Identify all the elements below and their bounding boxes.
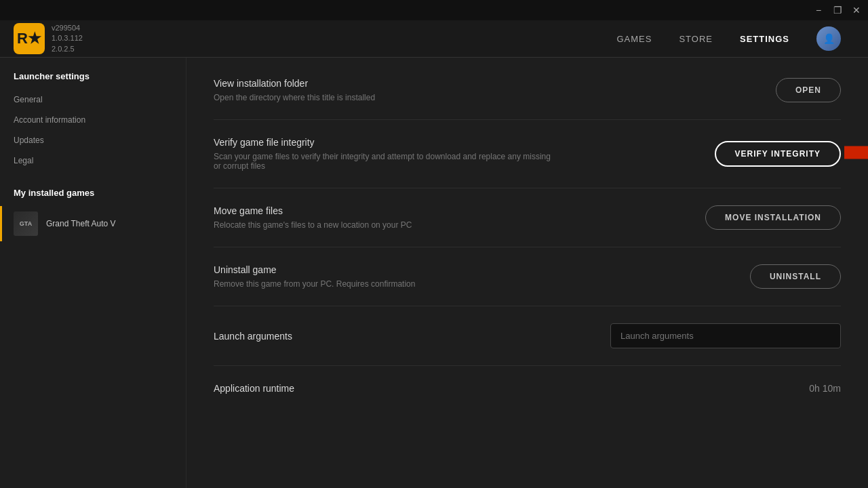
view-installation-desc: Open the directory where this title is i…: [214, 93, 553, 102]
svg-marker-0: [844, 138, 868, 168]
uninstall-text: Uninstall game Remove this game from you…: [214, 264, 750, 289]
version-info: v299504 1.0.3.112 2.0.2.5: [52, 23, 83, 54]
move-button-wrapper: MOVE INSTALLATION: [705, 205, 841, 230]
sidebar-item-account[interactable]: Account information: [0, 110, 186, 130]
gta5-icon: GTA: [14, 211, 38, 236]
move-installation-text: Move game files Relocate this game's fil…: [214, 205, 705, 230]
nav-links: GAMES STORE SETTINGS 👤: [163, 26, 854, 51]
application-runtime-value: 0h 10m: [809, 383, 841, 394]
sidebar-item-updates[interactable]: Updates: [0, 130, 186, 150]
verify-integrity-button[interactable]: VERIFY INTEGRITY: [715, 141, 841, 167]
launch-arguments-row: Launch arguments: [214, 306, 841, 366]
view-installation-title: View installation folder: [214, 78, 776, 89]
close-button[interactable]: ✕: [850, 4, 863, 16]
main-content: View installation folder Open the direct…: [186, 58, 868, 488]
application-runtime-label: Application runtime: [214, 383, 294, 394]
launcher-settings-title: Launcher settings: [0, 71, 186, 89]
avatar[interactable]: 👤: [816, 26, 841, 51]
view-installation-row: View installation folder Open the direct…: [214, 78, 841, 120]
move-installation-title: Move game files: [214, 205, 705, 216]
verify-integrity-title: Verify game file integrity: [214, 137, 715, 148]
sidebar-item-general[interactable]: General: [0, 89, 186, 110]
maximize-button[interactable]: ❐: [831, 4, 844, 16]
arrow-annotation: [844, 134, 868, 174]
nav-settings[interactable]: SETTINGS: [740, 34, 789, 44]
sidebar: Launcher settings General Account inform…: [0, 58, 186, 488]
logo-area: R★ v299504 1.0.3.112 2.0.2.5: [14, 23, 163, 54]
sidebar-game-gta5[interactable]: GTA Grand Theft Auto V: [0, 206, 186, 241]
launch-arguments-input[interactable]: [610, 323, 841, 348]
uninstall-desc: Remove this game from your PC. Requires …: [214, 279, 553, 289]
titlebar: − ❐ ✕: [0, 0, 868, 20]
uninstall-title: Uninstall game: [214, 264, 750, 275]
uninstall-button[interactable]: UNINSTALL: [750, 264, 841, 289]
move-installation-button[interactable]: MOVE INSTALLATION: [705, 205, 841, 230]
launch-arguments-label: Launch arguments: [214, 331, 292, 342]
verify-integrity-row: Verify game file integrity Scan your gam…: [214, 120, 841, 188]
gta5-title: Grand Theft Auto V: [46, 219, 116, 228]
verify-button-wrapper: VERIFY INTEGRITY: [715, 141, 841, 167]
open-button[interactable]: OPEN: [776, 78, 841, 102]
nav-games[interactable]: GAMES: [616, 34, 652, 44]
nav-store[interactable]: STORE: [679, 34, 713, 44]
application-runtime-row: Application runtime 0h 10m: [214, 366, 841, 411]
open-button-wrapper: OPEN: [776, 78, 841, 102]
minimize-button[interactable]: −: [812, 4, 825, 16]
rockstar-logo: R★: [14, 23, 45, 54]
move-installation-desc: Relocate this game's files to a new loca…: [214, 220, 553, 230]
uninstall-button-wrapper: UNINSTALL: [750, 264, 841, 289]
sidebar-item-legal[interactable]: Legal: [0, 150, 186, 171]
topnav: R★ v299504 1.0.3.112 2.0.2.5 GAMES STORE…: [0, 20, 868, 58]
verify-integrity-text: Verify game file integrity Scan your gam…: [214, 137, 715, 171]
installed-games-title: My installed games: [0, 188, 186, 206]
uninstall-row: Uninstall game Remove this game from you…: [214, 247, 841, 306]
verify-integrity-desc: Scan your game files to verify their int…: [214, 152, 553, 171]
view-installation-text: View installation folder Open the direct…: [214, 78, 776, 102]
move-installation-row: Move game files Relocate this game's fil…: [214, 188, 841, 247]
